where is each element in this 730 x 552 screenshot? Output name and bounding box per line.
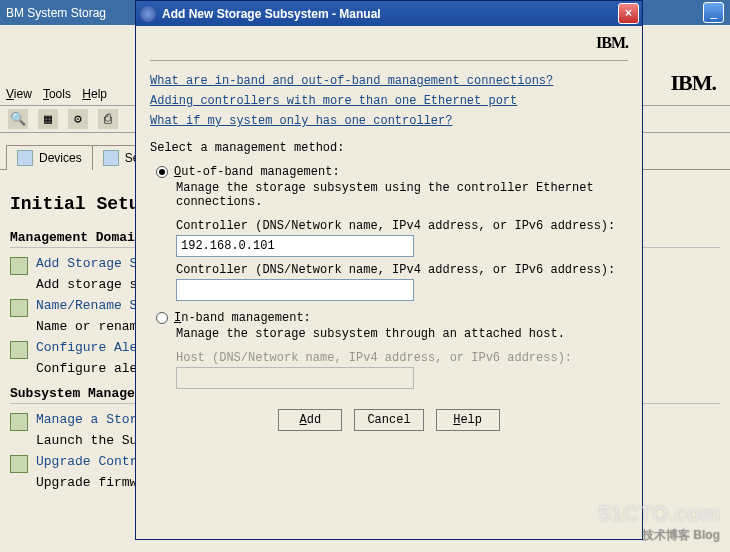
dialog-ibm-logo: IBM. xyxy=(150,34,628,52)
toolbar-icon-1[interactable]: 🔍 xyxy=(8,109,28,129)
toolbar-icon-4[interactable]: ⎙ xyxy=(98,109,118,129)
in-band-desc: Manage the storage subsystem through an … xyxy=(176,327,628,341)
upgrade-icon xyxy=(10,455,28,473)
controller2-label: Controller (DNS/Network name, IPv4 addre… xyxy=(176,263,628,277)
out-of-band-desc: Manage the storage subsystem using the c… xyxy=(176,181,628,209)
controller1-input[interactable] xyxy=(176,235,414,257)
minimize-button[interactable]: _ xyxy=(703,2,724,23)
add-button[interactable]: Add xyxy=(278,409,342,431)
controller2-input[interactable] xyxy=(176,279,414,301)
watermark-sub: 技术博客 Blog xyxy=(598,527,720,544)
ibm-logo: IBM. xyxy=(671,70,717,96)
divider xyxy=(150,60,628,61)
link-one-controller[interactable]: What if my system only has one controlle… xyxy=(150,114,452,128)
button-row: Add Cancel Help xyxy=(150,409,628,431)
radio-in-band-input[interactable] xyxy=(156,312,168,324)
controller2-block: Controller (DNS/Network name, IPv4 addre… xyxy=(176,263,628,301)
devices-icon xyxy=(17,150,33,166)
dialog-body: IBM. What are in-band and out-of-band ma… xyxy=(136,26,642,539)
watermark: 51CTO.com 技术博客 Blog xyxy=(598,501,720,544)
dialog-app-icon xyxy=(140,6,156,22)
radio-out-of-band[interactable]: Out-of-band management: xyxy=(156,165,628,179)
link-multiple-ports[interactable]: Adding controllers with more than one Et… xyxy=(150,94,517,108)
controller1-block: Controller (DNS/Network name, IPv4 addre… xyxy=(176,219,628,257)
dialog-title-text: Add New Storage Subsystem - Manual xyxy=(162,7,381,21)
radio-in-band[interactable]: In-band management: xyxy=(156,311,628,325)
toolbar-icon-2[interactable]: ▦ xyxy=(38,109,58,129)
radio-in-band-label: In-band management: xyxy=(174,311,311,325)
watermark-main: 51CTO.com xyxy=(598,501,720,526)
menu-tools[interactable]: Tools xyxy=(43,87,71,101)
controller1-label: Controller (DNS/Network name, IPv4 addre… xyxy=(176,219,628,233)
add-subsystem-icon xyxy=(10,257,28,275)
host-block: Host (DNS/Network name, IPv4 address, or… xyxy=(176,351,628,389)
settings-icon xyxy=(103,150,119,166)
add-subsystem-dialog: Add New Storage Subsystem - Manual × IBM… xyxy=(135,0,643,540)
toolbar-icon-3[interactable]: ⚙ xyxy=(68,109,88,129)
help-button[interactable]: Help xyxy=(436,409,500,431)
main-title-text: BM System Storag xyxy=(6,6,106,20)
tab-devices[interactable]: Devices xyxy=(6,145,93,170)
radio-out-of-band-input[interactable] xyxy=(156,166,168,178)
host-label: Host (DNS/Network name, IPv4 address, or… xyxy=(176,351,628,365)
close-button[interactable]: × xyxy=(618,3,639,24)
radio-out-of-band-label: Out-of-band management: xyxy=(174,165,340,179)
link-connection-types[interactable]: What are in-band and out-of-band managem… xyxy=(150,74,553,88)
host-input xyxy=(176,367,414,389)
select-method-label: Select a management method: xyxy=(150,141,628,155)
manage-icon xyxy=(10,413,28,431)
menu-help[interactable]: Help xyxy=(82,87,107,101)
dialog-title-bar: Add New Storage Subsystem - Manual × xyxy=(136,1,642,26)
tab-devices-label: Devices xyxy=(39,151,82,165)
alerts-icon xyxy=(10,341,28,359)
cancel-button[interactable]: Cancel xyxy=(354,409,423,431)
rename-icon xyxy=(10,299,28,317)
menu-view[interactable]: View xyxy=(6,87,32,101)
